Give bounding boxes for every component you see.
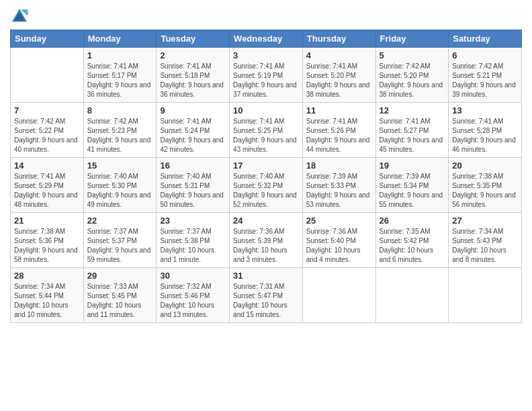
day-info: Sunrise: 7:41 AM Sunset: 5:20 PM Dayligh… bbox=[306, 62, 372, 99]
day-number: 21 bbox=[14, 216, 80, 226]
day-info: Sunrise: 7:38 AM Sunset: 5:36 PM Dayligh… bbox=[14, 227, 80, 265]
calendar-cell: 14Sunrise: 7:41 AM Sunset: 5:29 PM Dayli… bbox=[11, 158, 84, 213]
day-info: Sunrise: 7:42 AM Sunset: 5:21 PM Dayligh… bbox=[452, 62, 518, 99]
day-info: Sunrise: 7:41 AM Sunset: 5:24 PM Dayligh… bbox=[160, 117, 226, 154]
day-info: Sunrise: 7:40 AM Sunset: 5:31 PM Dayligh… bbox=[160, 172, 226, 210]
day-info: Sunrise: 7:42 AM Sunset: 5:23 PM Dayligh… bbox=[87, 117, 153, 154]
calendar-cell: 3Sunrise: 7:41 AM Sunset: 5:19 PM Daylig… bbox=[230, 48, 303, 103]
day-info: Sunrise: 7:41 AM Sunset: 5:17 PM Dayligh… bbox=[87, 62, 153, 99]
day-info: Sunrise: 7:34 AM Sunset: 5:43 PM Dayligh… bbox=[452, 227, 518, 265]
day-number: 29 bbox=[87, 271, 153, 281]
day-number: 11 bbox=[306, 105, 372, 116]
day-info: Sunrise: 7:32 AM Sunset: 5:46 PM Dayligh… bbox=[160, 282, 226, 320]
calendar-cell: 15Sunrise: 7:40 AM Sunset: 5:30 PM Dayli… bbox=[83, 158, 157, 213]
day-info: Sunrise: 7:42 AM Sunset: 5:22 PM Dayligh… bbox=[14, 117, 80, 154]
calendar-cell: 7Sunrise: 7:42 AM Sunset: 5:22 PM Daylig… bbox=[11, 103, 84, 158]
day-number: 7 bbox=[14, 105, 80, 116]
calendar-cell: 18Sunrise: 7:39 AM Sunset: 5:33 PM Dayli… bbox=[302, 158, 375, 213]
day-info: Sunrise: 7:41 AM Sunset: 5:28 PM Dayligh… bbox=[452, 117, 518, 154]
calendar-cell: 21Sunrise: 7:38 AM Sunset: 5:36 PM Dayli… bbox=[11, 213, 84, 268]
day-info: Sunrise: 7:39 AM Sunset: 5:34 PM Dayligh… bbox=[380, 172, 445, 210]
calendar-cell: 4Sunrise: 7:41 AM Sunset: 5:20 PM Daylig… bbox=[302, 48, 375, 103]
day-info: Sunrise: 7:36 AM Sunset: 5:40 PM Dayligh… bbox=[306, 227, 372, 265]
day-info: Sunrise: 7:41 AM Sunset: 5:29 PM Dayligh… bbox=[14, 172, 80, 210]
header-row: SundayMondayTuesdayWednesdayThursdayFrid… bbox=[11, 30, 522, 48]
day-number: 17 bbox=[233, 161, 299, 171]
day-info: Sunrise: 7:37 AM Sunset: 5:38 PM Dayligh… bbox=[160, 227, 226, 265]
calendar-cell: 30Sunrise: 7:32 AM Sunset: 5:46 PM Dayli… bbox=[157, 268, 230, 323]
day-number: 31 bbox=[233, 271, 299, 281]
day-info: Sunrise: 7:35 AM Sunset: 5:42 PM Dayligh… bbox=[380, 227, 445, 265]
day-number: 28 bbox=[14, 271, 80, 281]
day-number: 8 bbox=[87, 105, 153, 116]
day-number: 19 bbox=[380, 161, 445, 171]
calendar-cell: 26Sunrise: 7:35 AM Sunset: 5:42 PM Dayli… bbox=[375, 213, 449, 268]
calendar-cell bbox=[449, 268, 522, 323]
week-row-5: 28Sunrise: 7:34 AM Sunset: 5:44 PM Dayli… bbox=[11, 268, 522, 323]
day-info: Sunrise: 7:40 AM Sunset: 5:30 PM Dayligh… bbox=[87, 172, 153, 210]
calendar-cell: 6Sunrise: 7:42 AM Sunset: 5:21 PM Daylig… bbox=[449, 48, 522, 103]
day-number: 5 bbox=[380, 50, 445, 60]
calendar-cell: 22Sunrise: 7:37 AM Sunset: 5:37 PM Dayli… bbox=[83, 213, 157, 268]
day-header-wednesday: Wednesday bbox=[230, 30, 303, 48]
logo-icon bbox=[10, 7, 29, 26]
day-number: 3 bbox=[233, 50, 299, 60]
day-info: Sunrise: 7:36 AM Sunset: 5:39 PM Dayligh… bbox=[233, 227, 299, 265]
day-info: Sunrise: 7:41 AM Sunset: 5:18 PM Dayligh… bbox=[160, 62, 226, 99]
calendar-cell: 29Sunrise: 7:33 AM Sunset: 5:45 PM Dayli… bbox=[83, 268, 157, 323]
day-info: Sunrise: 7:41 AM Sunset: 5:27 PM Dayligh… bbox=[380, 117, 445, 154]
day-number: 20 bbox=[452, 161, 518, 171]
day-info: Sunrise: 7:39 AM Sunset: 5:33 PM Dayligh… bbox=[306, 172, 372, 210]
day-info: Sunrise: 7:40 AM Sunset: 5:32 PM Dayligh… bbox=[233, 172, 299, 210]
day-number: 13 bbox=[452, 105, 518, 116]
day-header-friday: Friday bbox=[375, 30, 449, 48]
calendar-cell: 10Sunrise: 7:41 AM Sunset: 5:25 PM Dayli… bbox=[230, 103, 303, 158]
calendar-cell: 9Sunrise: 7:41 AM Sunset: 5:24 PM Daylig… bbox=[157, 103, 230, 158]
calendar-cell: 13Sunrise: 7:41 AM Sunset: 5:28 PM Dayli… bbox=[449, 103, 522, 158]
calendar-cell bbox=[302, 268, 375, 323]
day-number: 14 bbox=[14, 161, 80, 171]
day-number: 24 bbox=[233, 216, 299, 226]
calendar-cell bbox=[11, 48, 84, 103]
week-row-2: 7Sunrise: 7:42 AM Sunset: 5:22 PM Daylig… bbox=[11, 103, 522, 158]
calendar-cell: 23Sunrise: 7:37 AM Sunset: 5:38 PM Dayli… bbox=[157, 213, 230, 268]
week-row-1: 1Sunrise: 7:41 AM Sunset: 5:17 PM Daylig… bbox=[11, 48, 522, 103]
calendar-cell: 12Sunrise: 7:41 AM Sunset: 5:27 PM Dayli… bbox=[375, 103, 449, 158]
calendar-cell: 5Sunrise: 7:42 AM Sunset: 5:20 PM Daylig… bbox=[375, 48, 449, 103]
calendar-cell: 20Sunrise: 7:38 AM Sunset: 5:35 PM Dayli… bbox=[449, 158, 522, 213]
day-info: Sunrise: 7:33 AM Sunset: 5:45 PM Dayligh… bbox=[87, 282, 153, 320]
day-number: 6 bbox=[452, 50, 518, 60]
calendar-cell: 1Sunrise: 7:41 AM Sunset: 5:17 PM Daylig… bbox=[83, 48, 157, 103]
day-info: Sunrise: 7:38 AM Sunset: 5:35 PM Dayligh… bbox=[452, 172, 518, 210]
day-number: 23 bbox=[160, 216, 226, 226]
day-number: 25 bbox=[306, 216, 372, 226]
calendar-cell: 2Sunrise: 7:41 AM Sunset: 5:18 PM Daylig… bbox=[157, 48, 230, 103]
day-info: Sunrise: 7:34 AM Sunset: 5:44 PM Dayligh… bbox=[14, 282, 80, 320]
day-info: Sunrise: 7:41 AM Sunset: 5:25 PM Dayligh… bbox=[233, 117, 299, 154]
day-header-tuesday: Tuesday bbox=[157, 30, 230, 48]
calendar-cell: 17Sunrise: 7:40 AM Sunset: 5:32 PM Dayli… bbox=[230, 158, 303, 213]
calendar-cell bbox=[375, 268, 449, 323]
calendar-cell: 24Sunrise: 7:36 AM Sunset: 5:39 PM Dayli… bbox=[230, 213, 303, 268]
day-number: 22 bbox=[87, 216, 153, 226]
day-number: 10 bbox=[233, 105, 299, 116]
calendar-table: SundayMondayTuesdayWednesdayThursdayFrid… bbox=[10, 30, 522, 323]
day-number: 9 bbox=[160, 105, 226, 116]
day-number: 27 bbox=[452, 216, 518, 226]
day-header-monday: Monday bbox=[83, 30, 157, 48]
day-header-saturday: Saturday bbox=[449, 30, 522, 48]
calendar-cell: 8Sunrise: 7:42 AM Sunset: 5:23 PM Daylig… bbox=[83, 103, 157, 158]
day-number: 12 bbox=[380, 105, 445, 116]
calendar-cell: 27Sunrise: 7:34 AM Sunset: 5:43 PM Dayli… bbox=[449, 213, 522, 268]
day-info: Sunrise: 7:42 AM Sunset: 5:20 PM Dayligh… bbox=[380, 62, 445, 99]
day-number: 26 bbox=[380, 216, 445, 226]
calendar-cell: 16Sunrise: 7:40 AM Sunset: 5:31 PM Dayli… bbox=[157, 158, 230, 213]
page: SundayMondayTuesdayWednesdayThursdayFrid… bbox=[0, 0, 532, 330]
header bbox=[10, 7, 522, 26]
day-info: Sunrise: 7:41 AM Sunset: 5:26 PM Dayligh… bbox=[306, 117, 372, 154]
day-number: 1 bbox=[87, 50, 153, 60]
day-info: Sunrise: 7:31 AM Sunset: 5:47 PM Dayligh… bbox=[233, 282, 299, 320]
calendar-cell: 11Sunrise: 7:41 AM Sunset: 5:26 PM Dayli… bbox=[302, 103, 375, 158]
calendar-cell: 19Sunrise: 7:39 AM Sunset: 5:34 PM Dayli… bbox=[375, 158, 449, 213]
day-header-sunday: Sunday bbox=[11, 30, 84, 48]
